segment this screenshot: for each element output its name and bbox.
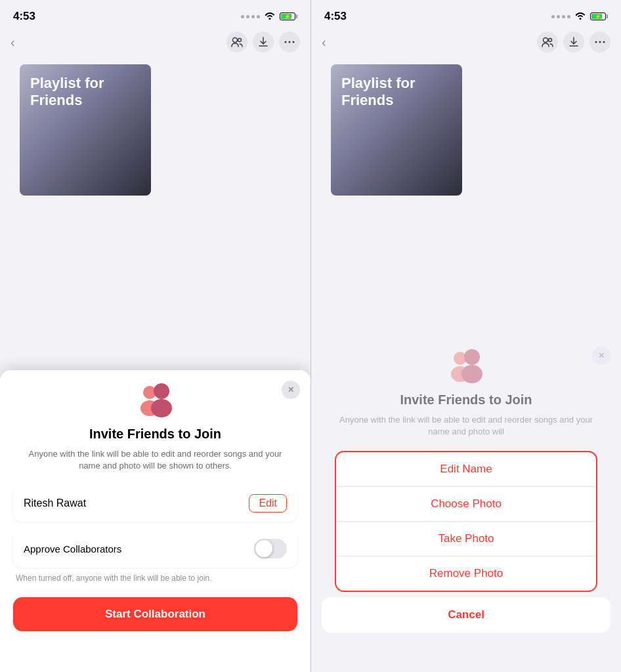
svg-point-10 xyxy=(549,39,552,42)
right-close-button[interactable]: ✕ xyxy=(592,346,610,365)
left-nav-icons xyxy=(226,32,300,52)
left-modal-desc: Anyone with the link will be able to edi… xyxy=(13,448,297,472)
left-toggle-label: Approve Collaborators xyxy=(24,543,121,555)
right-signal-icon xyxy=(551,15,570,18)
signal-icon xyxy=(241,15,260,18)
choose-photo-button[interactable]: Choose Photo xyxy=(336,487,596,522)
svg-point-17 xyxy=(461,365,482,383)
left-playlist-artwork: Playlist for Friends xyxy=(20,64,151,196)
left-profile-row: Ritesh Rawat Edit xyxy=(13,485,297,522)
right-modal-bg: ✕ Invite Friends to Join Anyone with the… xyxy=(311,336,621,592)
battery-icon: ⚡ xyxy=(280,12,297,20)
right-modal-title: Invite Friends to Join xyxy=(324,392,608,408)
left-close-button[interactable]: ✕ xyxy=(282,381,300,399)
svg-point-1 xyxy=(238,39,242,42)
right-download-nav-button[interactable] xyxy=(563,32,584,52)
svg-point-2 xyxy=(285,41,287,43)
edit-name-button[interactable]: Edit Name xyxy=(336,452,596,487)
svg-point-7 xyxy=(154,383,169,399)
left-collab-icon xyxy=(13,383,297,417)
left-toggle-note: When turned off, anyone with the link wi… xyxy=(13,573,297,584)
right-modal-dimmed-header: ✕ Invite Friends to Join Anyone with the… xyxy=(324,349,608,438)
left-back-button[interactable]: ‹ xyxy=(11,32,20,52)
left-toggle-switch[interactable] xyxy=(254,539,287,558)
left-time: 4:53 xyxy=(13,10,35,23)
right-nav-icons xyxy=(537,32,610,52)
right-more-nav-button[interactable] xyxy=(589,32,610,52)
svg-point-16 xyxy=(464,349,480,365)
right-collaborate-nav-button[interactable] xyxy=(537,32,558,52)
left-start-collaboration-button[interactable]: Start Collaboration xyxy=(13,597,297,631)
right-battery-icon: ⚡ xyxy=(590,12,608,20)
right-playlist-title: Playlist for Friends xyxy=(341,75,452,110)
download-nav-button[interactable] xyxy=(253,32,274,52)
left-playlist-title: Playlist for Friends xyxy=(30,75,140,110)
svg-point-12 xyxy=(599,41,601,43)
right-time: 4:53 xyxy=(324,10,347,23)
action-items-box: Edit Name Choose Photo Take Photo Remove… xyxy=(335,451,597,592)
left-edit-button[interactable]: Edit xyxy=(249,494,287,513)
right-playlist-area: Playlist for Friends ✕ Invite F xyxy=(311,58,621,672)
right-nav-bar: ‹ xyxy=(311,29,621,58)
more-nav-button[interactable] xyxy=(279,32,300,52)
left-status-icons: ⚡ xyxy=(241,10,297,22)
right-playlist-artwork: Playlist for Friends xyxy=(331,64,462,196)
right-modal-sheet: ✕ Invite Friends to Join Anyone with the… xyxy=(311,336,621,672)
svg-point-13 xyxy=(603,41,605,43)
remove-photo-button[interactable]: Remove Photo xyxy=(336,556,596,591)
take-photo-button[interactable]: Take Photo xyxy=(336,522,596,556)
svg-point-11 xyxy=(595,41,597,43)
left-modal-sheet: ✕ Invite Friends to Join Anyone with the… xyxy=(0,370,310,672)
right-phone-panel: 4:53 ⚡ ‹ xyxy=(310,0,621,672)
right-collab-icon xyxy=(324,349,608,383)
left-toggle-thumb xyxy=(255,540,272,557)
right-status-bar: 4:53 ⚡ xyxy=(311,0,621,29)
left-profile-name: Ritesh Rawat xyxy=(24,497,86,509)
left-phone-panel: 4:53 ⚡ ‹ xyxy=(0,0,310,672)
wifi-icon xyxy=(264,10,276,22)
svg-point-9 xyxy=(544,38,548,43)
left-playlist-area: Playlist for Friends ✕ Invite Friends to… xyxy=(0,58,310,672)
collaborate-nav-button[interactable] xyxy=(226,32,247,52)
left-toggle-row: Approve Collaborators xyxy=(13,530,297,568)
left-modal-title: Invite Friends to Join xyxy=(13,427,297,442)
right-back-button[interactable]: ‹ xyxy=(322,32,332,52)
svg-point-0 xyxy=(233,38,238,43)
left-status-bar: 4:53 ⚡ xyxy=(0,0,310,29)
left-nav-bar: ‹ xyxy=(0,29,310,58)
svg-point-8 xyxy=(151,399,172,417)
right-wifi-icon xyxy=(574,10,586,22)
right-modal-desc: Anyone with the link will be able to edi… xyxy=(324,414,608,438)
svg-point-4 xyxy=(293,41,295,43)
right-status-icons: ⚡ xyxy=(551,10,608,22)
cancel-button[interactable]: Cancel xyxy=(322,597,610,633)
svg-point-3 xyxy=(289,41,291,43)
